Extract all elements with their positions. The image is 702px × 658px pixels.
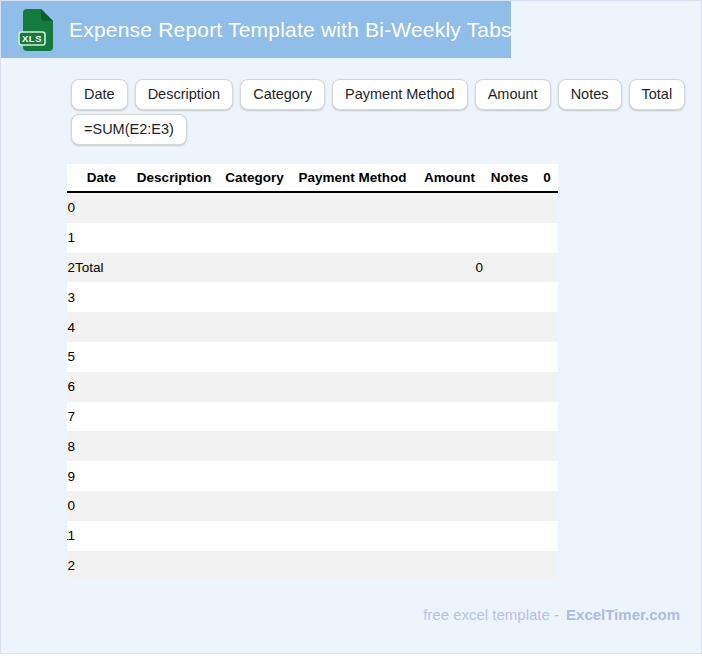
cell-rownum: 11	[67, 521, 75, 551]
cell-date: Total	[75, 253, 128, 283]
title-band: XLS Expense Report Template with Bi-Week…	[1, 1, 511, 58]
chip-formula[interactable]: =SUM(E2:E3)	[71, 114, 187, 145]
table-row: 6	[67, 372, 558, 402]
cell-description	[128, 402, 220, 432]
cell-payment-method	[289, 402, 416, 432]
cell-description	[128, 223, 220, 253]
cell-notes	[483, 461, 536, 491]
cell-category	[220, 491, 289, 521]
cell-zero	[536, 551, 558, 581]
table-row: 1	[67, 223, 558, 253]
cell-description	[128, 491, 220, 521]
col-header-payment-method: Payment Method	[289, 164, 416, 192]
table-row: 5	[67, 342, 558, 372]
table-row: 8	[67, 431, 558, 461]
cell-category	[220, 223, 289, 253]
cell-amount	[416, 551, 483, 581]
cell-description	[128, 282, 220, 312]
chip-payment-method[interactable]: Payment Method	[332, 79, 468, 110]
column-chips: Date Description Category Payment Method…	[71, 79, 685, 145]
cell-date	[75, 431, 128, 461]
cell-payment-method	[289, 521, 416, 551]
cell-notes	[483, 312, 536, 342]
cell-amount: 0	[416, 253, 483, 283]
cell-category	[220, 312, 289, 342]
table-header-row: Date Description Category Payment Method…	[67, 164, 558, 192]
cell-notes	[483, 253, 536, 283]
table-row: 12	[67, 551, 558, 581]
chip-notes[interactable]: Notes	[558, 79, 622, 110]
cell-zero	[536, 312, 558, 342]
chip-category[interactable]: Category	[240, 79, 325, 110]
cell-description	[128, 192, 220, 223]
cell-notes	[483, 192, 536, 223]
page-title: Expense Report Template with Bi-Weekly T…	[69, 18, 512, 42]
cell-payment-method	[289, 312, 416, 342]
cell-date	[75, 521, 128, 551]
cell-rownum: 1	[67, 223, 75, 253]
cell-rownum: 3	[67, 282, 75, 312]
cell-rownum: 10	[67, 491, 75, 521]
cell-date	[75, 491, 128, 521]
cell-zero	[536, 342, 558, 372]
col-header-notes: Notes	[483, 164, 536, 192]
footer-brand-link[interactable]: ExcelTimer.com	[566, 606, 680, 623]
cell-date	[75, 402, 128, 432]
xls-badge-label: XLS	[22, 33, 42, 44]
cell-zero	[536, 431, 558, 461]
cell-date	[75, 551, 128, 581]
cell-rownum: 0	[67, 192, 75, 223]
cell-category	[220, 372, 289, 402]
cell-description	[128, 431, 220, 461]
cell-notes	[483, 372, 536, 402]
expense-table: Date Description Category Payment Method…	[67, 164, 558, 580]
cell-zero	[536, 192, 558, 223]
cell-amount	[416, 223, 483, 253]
cell-zero	[536, 253, 558, 283]
cell-description	[128, 253, 220, 283]
cell-date	[75, 312, 128, 342]
cell-zero	[536, 372, 558, 402]
cell-payment-method	[289, 431, 416, 461]
cell-notes	[483, 342, 536, 372]
cell-notes	[483, 551, 536, 581]
cell-amount	[416, 402, 483, 432]
cell-zero	[536, 491, 558, 521]
table-row: 3	[67, 282, 558, 312]
cell-payment-method	[289, 551, 416, 581]
cell-amount	[416, 521, 483, 551]
chip-date[interactable]: Date	[71, 79, 128, 110]
cell-description	[128, 312, 220, 342]
cell-rownum: 12	[67, 551, 75, 581]
col-header-category: Category	[220, 164, 289, 192]
col-header-rownum	[67, 164, 75, 192]
cell-zero	[536, 402, 558, 432]
cell-notes	[483, 491, 536, 521]
table-row: 10	[67, 491, 558, 521]
cell-rownum: 4	[67, 312, 75, 342]
xls-file-icon: XLS	[18, 8, 54, 52]
cell-description	[128, 551, 220, 581]
chip-description[interactable]: Description	[135, 79, 234, 110]
cell-amount	[416, 372, 483, 402]
cell-date	[75, 342, 128, 372]
cell-rownum: 6	[67, 372, 75, 402]
chip-amount[interactable]: Amount	[475, 79, 551, 110]
cell-payment-method	[289, 223, 416, 253]
cell-zero	[536, 521, 558, 551]
cell-amount	[416, 461, 483, 491]
cell-zero	[536, 461, 558, 491]
cell-zero	[536, 282, 558, 312]
cell-notes	[483, 223, 536, 253]
cell-rownum: 2	[67, 253, 75, 283]
col-header-zero: 0	[536, 164, 558, 192]
template-preview-card: XLS Expense Report Template with Bi-Week…	[0, 0, 702, 654]
table-row: 9	[67, 461, 558, 491]
chip-total[interactable]: Total	[629, 79, 686, 110]
cell-amount	[416, 491, 483, 521]
cell-description	[128, 521, 220, 551]
cell-zero	[536, 223, 558, 253]
table-row: 4	[67, 312, 558, 342]
cell-date	[75, 192, 128, 223]
cell-category	[220, 342, 289, 372]
